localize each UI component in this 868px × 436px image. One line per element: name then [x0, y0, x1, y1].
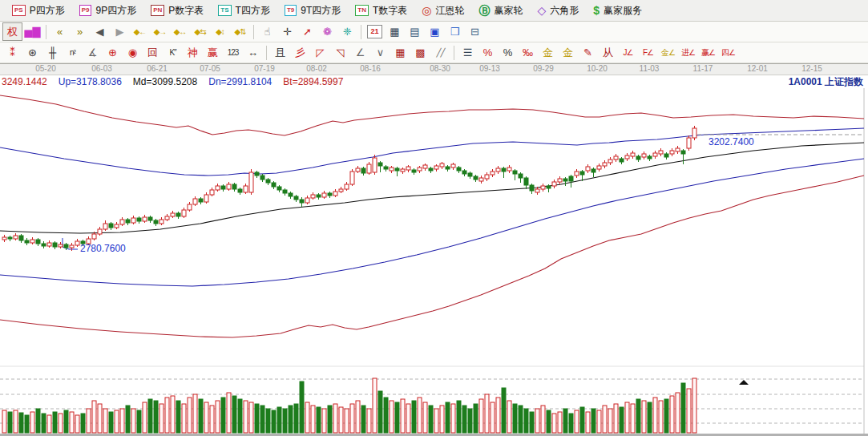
calculator-icon[interactable]: ▦ — [385, 22, 405, 41]
save-icon[interactable]: ▣ — [425, 22, 445, 41]
candle-body — [2, 237, 6, 240]
magic-number-icon[interactable]: 神 — [183, 43, 203, 62]
x-axis-date-label: 08-02 — [306, 64, 327, 73]
target-icon[interactable]: ◉ — [123, 43, 143, 62]
j-angle-icon[interactable]: J∠ — [618, 43, 638, 62]
tab-9p-square-icon: P9 — [79, 5, 92, 16]
tab-9p-square[interactable]: P99P四方形 — [72, 1, 143, 20]
k-mark-icon[interactable]: K″ — [163, 43, 183, 62]
four-angle-icon[interactable]: 四∠ — [718, 43, 738, 62]
volume-bar — [485, 394, 489, 433]
candle-body — [502, 168, 506, 172]
tab-winner-wheel[interactable]: Ⓑ赢家轮 — [471, 1, 530, 20]
volume-bar — [294, 404, 298, 433]
grid-red-icon[interactable]: ▦ — [390, 43, 410, 62]
diamond-vspan-icon[interactable]: ◆↕ — [210, 22, 230, 41]
price-table-icon[interactable]: 且 — [270, 43, 290, 62]
chart-style-icon[interactable]: ▅▇ — [22, 22, 42, 41]
channel-lines-icon[interactable]: ╱╱ — [430, 43, 450, 62]
volume-bar — [429, 406, 433, 433]
x-axis-date-label: 06-21 — [147, 64, 168, 73]
time-ruler-icon[interactable]: ╫ — [42, 43, 63, 62]
fan-box-icon[interactable]: ◸ — [310, 43, 330, 62]
calendar-icon[interactable]: 21 — [367, 25, 382, 38]
volume-bar — [563, 409, 567, 433]
split-lines-icon[interactable]: 从 — [598, 43, 618, 62]
candle-body — [631, 153, 635, 156]
square-spiral-icon[interactable]: 回 — [143, 43, 163, 62]
candle-body — [171, 213, 175, 216]
candle-body — [356, 168, 360, 172]
volume-bar — [558, 412, 562, 433]
diamond-vcompress-icon[interactable]: ◆⇅ — [230, 22, 250, 41]
zoom-pointer-icon[interactable]: ➚ — [297, 22, 317, 41]
gann-fan-icon[interactable]: 彡 — [290, 43, 310, 62]
candle-body — [692, 128, 696, 138]
win-angle-icon[interactable]: 赢∠ — [698, 43, 718, 62]
tab-hexagon[interactable]: ◇六角形 — [530, 1, 586, 20]
diamond-pan-left-icon[interactable]: ◆← — [130, 22, 150, 41]
tab-t-square[interactable]: TST四方形 — [211, 1, 277, 20]
x-axis-date-label: 07-19 — [254, 64, 275, 73]
gold-circle-icon[interactable]: 金 — [538, 43, 558, 62]
tab-p-digit-table[interactable]: PNP数字表 — [143, 1, 211, 20]
candle-body — [373, 158, 377, 172]
dots-tool-icon[interactable]: ⁑ — [2, 43, 22, 62]
share-window-icon[interactable]: ❒ — [445, 22, 465, 41]
notes-icon[interactable]: ▤ — [405, 22, 425, 41]
candle-body — [266, 180, 270, 183]
advance-angle-icon[interactable]: 进∠ — [678, 43, 698, 62]
gold-angle-icon[interactable]: 金∠ — [658, 43, 678, 62]
gann-circle-icon[interactable]: ⊕ — [103, 43, 123, 62]
percent-icon[interactable]: % — [498, 43, 518, 62]
step-back-icon[interactable]: ◀ — [90, 22, 110, 41]
winner-ruler-icon[interactable]: 赢 — [203, 43, 223, 62]
candle-body — [479, 178, 483, 181]
crosshair-icon[interactable]: ✛ — [277, 22, 297, 41]
restore-rights-icon[interactable]: 权 — [2, 22, 22, 41]
tab-winner-service[interactable]: $赢家服务 — [586, 1, 649, 20]
angle-a-icon[interactable]: ∡ — [83, 43, 103, 62]
candle-body — [255, 172, 259, 176]
printer-icon[interactable]: ⊟ — [465, 22, 485, 41]
volume-bar — [266, 409, 270, 433]
diamond-pan-right-icon[interactable]: ◆→ — [150, 22, 170, 41]
width-measure-icon[interactable]: ↔ — [243, 43, 263, 62]
permille-icon[interactable]: ‰ — [518, 43, 538, 62]
tab-t-digit-table[interactable]: TNT数字表 — [348, 1, 414, 20]
volume-bar — [25, 415, 29, 433]
chip-ladder-icon[interactable]: ☰ — [458, 43, 478, 62]
pan-hand-icon[interactable]: ☝ — [257, 22, 277, 41]
skip-end-icon[interactable]: » — [70, 22, 90, 41]
volume-bar — [210, 406, 214, 433]
grid-box-icon[interactable]: ▩ — [410, 43, 430, 62]
tab-label: P数字表 — [168, 4, 204, 18]
candle-body — [131, 218, 135, 223]
price-ruler-icon[interactable]: 123 — [223, 43, 243, 62]
gold-lines-icon[interactable]: 金 — [558, 43, 578, 62]
diamond-hcompress-icon[interactable]: ◆⇆ — [190, 22, 210, 41]
tab-9t-square[interactable]: T99T四方形 — [277, 1, 348, 20]
brush-candle-icon[interactable]: ✎ — [578, 43, 598, 62]
zigzag-icon[interactable]: ∨ — [370, 43, 390, 62]
tab-gann-wheel[interactable]: ◎江恩轮 — [414, 1, 471, 20]
candle-body — [384, 167, 388, 169]
volume-bar — [238, 399, 242, 433]
tab-t-square-icon: TS — [218, 5, 231, 16]
wave-tool-icon[interactable]: ❈ — [337, 22, 357, 41]
volume-bar — [653, 398, 657, 433]
diamond-hspan-icon[interactable]: ◆↔ — [170, 22, 190, 41]
skip-start-icon[interactable]: « — [50, 22, 70, 41]
f-angle-icon[interactable]: F∠ — [638, 43, 658, 62]
cycle-globe-icon[interactable]: ⊛ — [22, 43, 42, 62]
gann-shape-icon[interactable]: ❁ — [317, 22, 337, 41]
candle-body — [620, 159, 624, 162]
fan-square-icon[interactable]: ◹ — [330, 43, 350, 62]
trend-angle-icon[interactable]: ∠ — [350, 43, 370, 62]
volume-bar — [423, 402, 427, 433]
percent-red-icon[interactable]: % — [478, 43, 498, 62]
step-forward-icon[interactable]: ▶ — [110, 22, 130, 41]
tab-p-square[interactable]: PSP四方形 — [5, 1, 72, 20]
n-square-icon[interactable]: n² — [63, 43, 83, 62]
tab-label: 赢家服务 — [604, 4, 642, 18]
